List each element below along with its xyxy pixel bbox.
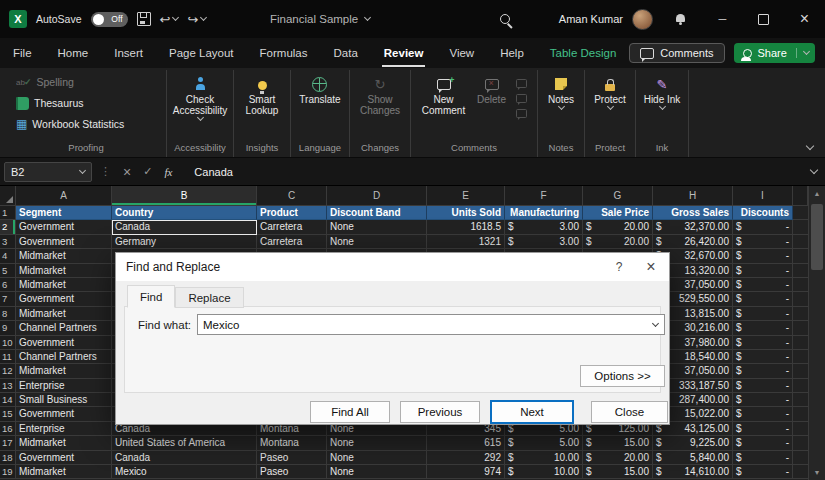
scroll-down-icon[interactable]: ▼ [809, 465, 825, 480]
cell[interactable]: Government [16, 235, 112, 249]
row-header-11[interactable]: 11 [0, 350, 16, 364]
cell[interactable]: $- [733, 235, 793, 249]
tab-find[interactable]: Find [127, 285, 175, 308]
chevron-down-icon[interactable] [79, 166, 86, 173]
cell[interactable]: Midmarket [16, 307, 112, 321]
row-header-17[interactable]: 17 [0, 436, 16, 450]
cell[interactable]: Midmarket [16, 465, 112, 479]
cell[interactable]: $26,420.00 [653, 235, 733, 249]
row-header-16[interactable]: 16 [0, 422, 16, 436]
tab-review[interactable]: Review [371, 39, 437, 67]
cell[interactable]: None [327, 235, 427, 249]
cell[interactable]: Mexico [112, 465, 257, 479]
chevron-down-icon[interactable] [364, 14, 371, 21]
tab-table-design[interactable]: Table Design [537, 39, 629, 67]
translate-button[interactable]: Translate [299, 73, 340, 141]
protect-button[interactable]: Protect [594, 73, 626, 141]
vertical-scrollbar[interactable]: ▲ ▼ [808, 186, 825, 480]
row-header-9[interactable]: 9 [0, 321, 16, 335]
cell[interactable] [793, 235, 808, 249]
maximize-button[interactable] [743, 0, 784, 38]
cell[interactable]: Government [16, 336, 112, 350]
cell[interactable]: $9,225.00 [653, 436, 733, 450]
cell[interactable]: Canada [112, 451, 257, 465]
column-header-G[interactable]: G [583, 186, 653, 206]
cell[interactable]: $20.00 [583, 235, 653, 249]
cell[interactable] [793, 249, 808, 263]
cell[interactable]: None [327, 465, 427, 479]
cell[interactable]: $- [733, 350, 793, 364]
cell[interactable]: Enterprise [16, 422, 112, 436]
cell[interactable]: Paseo [257, 465, 327, 479]
cell[interactable]: None [327, 436, 427, 450]
cell[interactable]: $- [733, 407, 793, 421]
cell[interactable]: Channel Partners [16, 321, 112, 335]
cell[interactable]: $- [733, 278, 793, 292]
cell[interactable]: None [327, 220, 427, 234]
cell[interactable] [793, 407, 808, 421]
cell[interactable] [793, 264, 808, 278]
comments-button[interactable]: Comments [629, 43, 724, 63]
cell[interactable] [793, 321, 808, 335]
row-header-15[interactable]: 15 [0, 407, 16, 421]
find-what-input[interactable]: Mexico [197, 314, 665, 335]
cell[interactable]: $15.00 [583, 465, 653, 479]
row-header-10[interactable]: 10 [0, 336, 16, 350]
combo-dropdown-icon[interactable] [646, 315, 664, 334]
new-comment-button[interactable]: + New Comment [418, 73, 470, 141]
column-header-A[interactable]: A [16, 186, 112, 206]
cell[interactable]: 1618.5 [427, 220, 505, 234]
select-all-corner[interactable] [0, 186, 16, 206]
tab-file[interactable]: File [0, 39, 45, 67]
name-box[interactable]: B2 [4, 162, 92, 182]
column-header-F[interactable]: F [505, 186, 583, 206]
delete-comment-button[interactable]: Delete [472, 73, 512, 141]
column-header-C[interactable]: C [257, 186, 327, 206]
cell[interactable]: $14,610.00 [653, 465, 733, 479]
tab-insert[interactable]: Insert [101, 39, 156, 67]
cell[interactable]: None [327, 451, 427, 465]
table-header-cell[interactable]: Discount Band [327, 206, 427, 220]
undo-button[interactable]: ↩ [160, 12, 179, 27]
column-header-I[interactable]: I [733, 186, 793, 206]
scroll-up-icon[interactable]: ▲ [809, 186, 825, 201]
cell[interactable]: $10.00 [505, 451, 583, 465]
cell[interactable]: 974 [427, 465, 505, 479]
cell[interactable]: $5.00 [505, 436, 583, 450]
cell[interactable]: $20.00 [583, 220, 653, 234]
column-header-D[interactable]: D [327, 186, 427, 206]
spelling-button[interactable]: ab✓ Spelling [14, 73, 74, 91]
tab-data[interactable]: Data [321, 39, 371, 67]
previous-button[interactable]: Previous [400, 401, 480, 423]
chevron-down-icon[interactable] [200, 14, 207, 21]
row-header-7[interactable]: 7 [0, 292, 16, 306]
cell[interactable]: $3.00 [505, 235, 583, 249]
table-header-cell[interactable]: Gross Sales [653, 206, 733, 220]
cell[interactable]: $15.00 [583, 436, 653, 450]
column-header-H[interactable]: H [653, 186, 733, 206]
row-header-8[interactable]: 8 [0, 307, 16, 321]
cell[interactable] [793, 220, 808, 234]
share-dropdown[interactable] [796, 48, 815, 58]
cell[interactable] [793, 393, 808, 407]
cell[interactable]: Midmarket [16, 436, 112, 450]
cell[interactable]: $3.00 [505, 220, 583, 234]
row-header-18[interactable]: 18 [0, 451, 16, 465]
table-header-cell[interactable]: Segment [16, 206, 112, 220]
notifications-icon[interactable] [676, 14, 685, 22]
next-button[interactable]: Next [490, 400, 574, 424]
cell[interactable]: $- [733, 321, 793, 335]
row-header-5[interactable]: 5 [0, 264, 16, 278]
cell[interactable]: $10.00 [505, 465, 583, 479]
cell[interactable]: United States of America [112, 436, 257, 450]
tab-view[interactable]: View [436, 39, 487, 67]
cell[interactable]: Montana [257, 436, 327, 450]
table-header-cell[interactable]: Discounts [733, 206, 793, 220]
cell[interactable]: Germany [112, 235, 257, 249]
cell[interactable] [793, 465, 808, 479]
cell[interactable]: 1321 [427, 235, 505, 249]
smart-lookup-button[interactable]: Smart Lookup [234, 73, 290, 141]
drag-handle-icon[interactable]: ⋮ [100, 165, 111, 178]
cell[interactable]: Midmarket [16, 278, 112, 292]
tab-home[interactable]: Home [45, 39, 102, 67]
